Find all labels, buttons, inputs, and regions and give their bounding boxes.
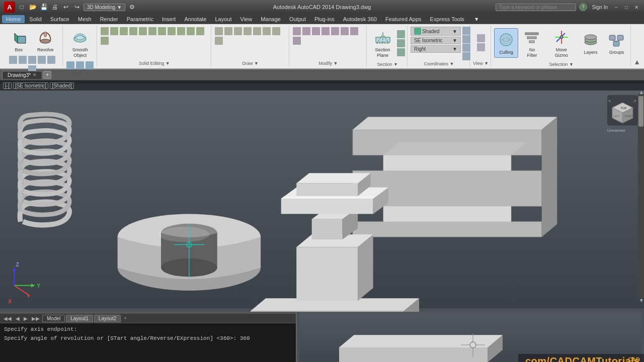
viewport-header[interactable]: [-] [SE Isometric] [Shaded] (0, 80, 644, 90)
sign-in-btn[interactable]: Sign In (590, 4, 610, 11)
solid-edit-1[interactable] (101, 27, 109, 35)
draw-2[interactable] (224, 27, 232, 35)
view-small-2[interactable] (477, 43, 485, 51)
layout2-tab[interactable]: Layout2 (94, 315, 121, 322)
restore-btn[interactable]: □ (623, 4, 630, 11)
close-btn[interactable]: ✕ (633, 4, 640, 11)
modify-2[interactable] (302, 27, 310, 35)
modify-8[interactable] (293, 37, 301, 45)
menu-home[interactable]: Home (2, 15, 25, 23)
section-small-1[interactable] (397, 30, 405, 38)
solid-edit-8[interactable] (168, 27, 176, 35)
qa-open-btn[interactable]: 📂 (28, 3, 37, 12)
section-small-2[interactable] (397, 39, 405, 47)
menu-expand-btn[interactable]: ▼ (470, 15, 484, 23)
layout-nav-next-next[interactable]: ▶▶ (30, 315, 41, 322)
coord-1[interactable] (462, 27, 470, 35)
menu-annotate[interactable]: Annotate (180, 15, 210, 23)
cylinder-btn[interactable] (47, 56, 55, 64)
solid-editing-label[interactable]: Solid Editing ▼ (100, 61, 209, 66)
layout-nav-next[interactable]: ▶ (22, 315, 29, 322)
layout-add-btn[interactable]: + (122, 315, 128, 321)
draw-8[interactable] (215, 37, 223, 45)
draw-7[interactable] (272, 27, 280, 35)
modify-3[interactable] (312, 27, 320, 35)
ribbon-expand-btn[interactable]: ▲ (632, 26, 642, 67)
groups-btn[interactable]: Groups (605, 28, 628, 58)
view-group-label[interactable]: View ▼ (473, 61, 489, 66)
menu-insert[interactable]: Insert (158, 15, 180, 23)
coord-3[interactable] (462, 44, 470, 52)
workspace-selector[interactable]: 3D Modeling ▼ (84, 4, 125, 11)
culling-btn[interactable]: Culling (494, 28, 518, 58)
mesh-group-label[interactable]: Mesh ▼ (71, 71, 88, 76)
smooth-small-2[interactable] (76, 61, 84, 69)
menu-output[interactable]: Output (285, 15, 310, 23)
menu-plugins[interactable]: Plug-ins (310, 15, 339, 23)
coord-4[interactable] (462, 52, 470, 60)
drawing-new-btn[interactable]: + (43, 71, 51, 79)
modify-5[interactable] (331, 27, 339, 35)
menu-parametric[interactable]: Parametric (123, 15, 157, 23)
solid-edit-6[interactable] (148, 27, 156, 35)
layout1-tab[interactable]: Layout1 (66, 315, 93, 322)
qa-plot-btn[interactable]: 🖨 (50, 3, 59, 12)
move-gizmo-btn[interactable]: Move Gizmo (546, 26, 577, 61)
shaded-dropdown[interactable]: Shaded▼ (411, 27, 461, 36)
workspace-settings-btn[interactable]: ⚙ (127, 3, 136, 12)
sweep-btn[interactable] (19, 56, 27, 64)
menu-featured[interactable]: Featured Apps (381, 15, 426, 23)
viewport-minimize-btn[interactable]: [-] (3, 82, 12, 89)
menu-solid[interactable]: Solid (25, 15, 45, 23)
minimize-btn[interactable]: − (613, 4, 620, 11)
solid-edit-12[interactable] (101, 37, 109, 45)
smooth-small-1[interactable] (66, 61, 74, 69)
solid-edit-7[interactable] (158, 27, 166, 35)
modify-6[interactable] (341, 27, 349, 35)
modify-7[interactable] (350, 27, 358, 35)
viewport-shade-label[interactable]: [Shaded] (50, 82, 74, 89)
app-logo[interactable]: A (4, 2, 15, 13)
layers-btn[interactable]: Layers (579, 28, 602, 58)
draw-1[interactable] (215, 27, 223, 35)
help-btn[interactable]: ? (579, 3, 587, 11)
solid-edit-3[interactable] (120, 27, 128, 35)
section-group-label[interactable]: Section ▼ (377, 62, 397, 67)
coordinates-group-label[interactable]: Coordinates ▼ (411, 61, 467, 66)
extrude-btn[interactable] (9, 56, 17, 64)
modify-4[interactable] (321, 27, 330, 35)
smooth-small-3[interactable] (86, 61, 94, 69)
section-plane-btn[interactable]: SectionPlane (370, 26, 395, 61)
menu-surface[interactable]: Surface (46, 15, 73, 23)
nofilter-btn[interactable]: No Filter (520, 26, 544, 61)
menu-a360[interactable]: Autodesk 360 (339, 15, 381, 23)
layout-nav-prev-prev[interactable]: ◀◀ (2, 315, 13, 322)
view-small-1[interactable] (477, 34, 485, 42)
box-btn[interactable]: Box (6, 26, 31, 55)
draw-5[interactable] (253, 27, 261, 35)
layout-nav-prev[interactable]: ◀ (14, 315, 21, 322)
solid-edit-9[interactable] (177, 27, 185, 35)
menu-view[interactable]: View (236, 15, 257, 23)
se-isometric-dropdown[interactable]: SE Isometric▼ (411, 37, 461, 44)
menu-render[interactable]: Render (96, 15, 122, 23)
drawing-tab-close[interactable]: ✕ (33, 72, 37, 77)
solid-edit-5[interactable] (139, 27, 147, 35)
menu-manage[interactable]: Manage (257, 15, 285, 23)
draw-group-label[interactable]: Draw ▼ (214, 61, 287, 66)
coord-2[interactable] (462, 35, 470, 43)
menu-mesh[interactable]: Mesh (74, 15, 96, 23)
viewport-view-label[interactable]: [SE Isometric] (13, 82, 48, 89)
selection-group-label[interactable]: Selection ▼ (549, 62, 573, 67)
solid-edit-10[interactable] (187, 27, 195, 35)
bottom-viewport[interactable]: .com/CADCAMTutorials CADCAMTUTORIALS (297, 313, 644, 362)
modify-group-label[interactable]: Modify ▼ (292, 61, 365, 66)
drawing-tab-active[interactable]: Drawing3* ✕ (2, 71, 42, 79)
right-dropdown[interactable]: Right▼ (411, 45, 461, 53)
smooth-btn[interactable]: SmoothObject (67, 26, 93, 61)
menu-layout[interactable]: Layout (211, 15, 235, 23)
loft-btn[interactable] (28, 56, 36, 64)
solid-edit-11[interactable] (196, 27, 204, 35)
qa-new-btn[interactable]: □ (17, 3, 26, 12)
search-box[interactable]: Type a keyword or phrase (496, 4, 576, 11)
